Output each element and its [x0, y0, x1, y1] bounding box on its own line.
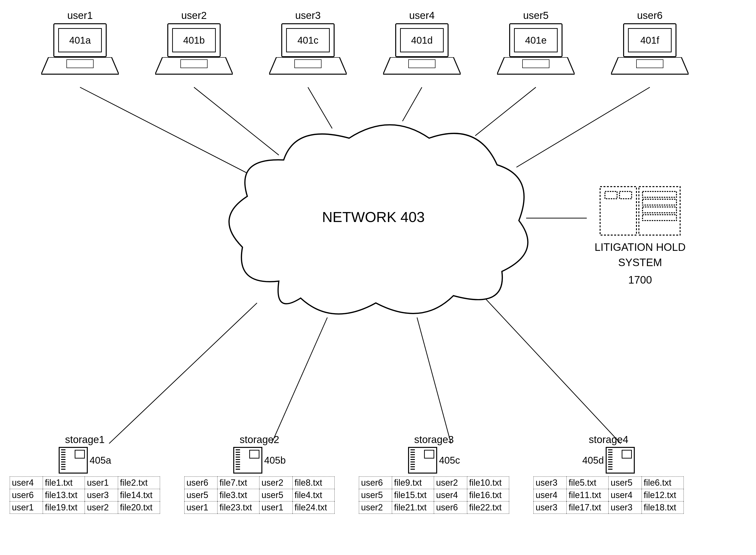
cell-user: user3 [608, 502, 642, 514]
cell-file: file8.txt [292, 477, 334, 489]
cell-file: file14.txt [118, 489, 160, 502]
svg-rect-30 [642, 215, 676, 220]
storage-icon [408, 447, 437, 474]
cell-file: file19.txt [43, 502, 85, 514]
svg-line-5 [516, 87, 650, 167]
cell-file: file4.txt [292, 489, 334, 502]
cell-file: file9.txt [392, 477, 434, 489]
cell-user: user1 [85, 477, 118, 489]
cell-user: user4 [10, 477, 43, 489]
laptop-screen: 401d [395, 23, 448, 57]
cell-user: user2 [359, 502, 392, 514]
cell-file: file6.txt [642, 477, 683, 489]
table-row: user6 file7.txt user2 file8.txt [185, 477, 334, 489]
storage-label: storage2 [184, 434, 334, 445]
user-label: user2 [155, 10, 233, 21]
storage-table: user3 file5.txt user5 file6.txt user4 fi… [533, 476, 684, 514]
laptop-ref: 401c [286, 28, 330, 52]
cell-user: user4 [434, 489, 467, 502]
cell-user: user6 [10, 489, 43, 502]
cell-file: file11.txt [567, 489, 608, 502]
cell-file: file10.txt [467, 477, 509, 489]
cell-user: user4 [608, 489, 642, 502]
laptop-user5: user5 401e [497, 10, 574, 80]
laptop-ref: 401a [58, 28, 102, 52]
svg-rect-26 [620, 191, 632, 199]
laptop-base-icon [41, 57, 119, 79]
cell-file: file17.txt [567, 502, 608, 514]
cell-file: file1.txt [43, 477, 85, 489]
user-label: user1 [41, 10, 119, 21]
storage-ref: 405b [264, 455, 286, 466]
svg-line-7 [109, 303, 257, 443]
diagram-canvas: user1 401a user2 401b user3 401c user4 [0, 0, 756, 555]
storage-3: storage3 405c user6 file9.txt user2 file… [359, 434, 509, 514]
server-label-2: SYSTEM [582, 256, 698, 269]
table-row: user3 file5.txt user5 file6.txt [534, 477, 684, 489]
laptop-ref: 401e [514, 28, 558, 52]
server-label-1: LITIGATION HOLD [582, 241, 698, 254]
cell-user: user6 [359, 477, 392, 489]
laptop-user4: user4 401d [383, 10, 461, 80]
storage-label: storage1 [10, 434, 160, 445]
laptop-screen: 401a [53, 23, 107, 57]
user-label: user5 [497, 10, 574, 21]
cell-file: file13.txt [43, 489, 85, 502]
cell-user: user6 [434, 502, 467, 514]
cell-user: user3 [534, 477, 567, 489]
storage-ref: 405a [90, 455, 111, 466]
cell-user: user5 [608, 477, 642, 489]
cell-file: file16.txt [467, 489, 509, 502]
table-row: user4 file11.txt user4 file12.txt [534, 489, 684, 502]
laptop-base-icon [269, 57, 347, 79]
svg-line-10 [485, 298, 621, 443]
laptop-base-icon [611, 57, 688, 79]
user-label: user3 [269, 10, 347, 21]
storage-label: storage4 [533, 434, 684, 445]
cell-file: file23.txt [217, 502, 260, 514]
cell-file: file22.txt [467, 502, 509, 514]
laptop-screen: 401f [623, 23, 676, 57]
cell-file: file21.txt [392, 502, 434, 514]
cell-user: user6 [185, 477, 217, 489]
cell-user: user1 [260, 502, 292, 514]
storage-1: storage1 405a user4 file1.txt user1 file… [10, 434, 160, 514]
litigation-server: LITIGATION HOLD SYSTEM 1700 [582, 184, 698, 286]
cell-user: user5 [359, 489, 392, 502]
cell-user: user1 [185, 502, 217, 514]
cell-file: file7.txt [217, 477, 260, 489]
table-row: user6 file9.txt user2 file10.txt [359, 477, 509, 489]
cell-file: file3.txt [217, 489, 260, 502]
table-row: user4 file1.txt user1 file2.txt [10, 477, 160, 489]
storage-icon [606, 447, 635, 474]
cell-file: file5.txt [567, 477, 608, 489]
svg-rect-28 [642, 199, 676, 205]
laptop-base-icon [155, 57, 233, 79]
cell-file: file12.txt [642, 489, 683, 502]
storage-label: storage3 [359, 434, 509, 445]
cell-user: user2 [85, 502, 118, 514]
storage-2: storage2 405b user6 file7.txt user2 file… [184, 434, 334, 514]
svg-line-9 [417, 317, 451, 443]
laptop-ref: 401d [400, 28, 444, 52]
cell-file: file20.txt [118, 502, 160, 514]
svg-rect-25 [605, 191, 617, 199]
user-label: user6 [611, 10, 688, 21]
table-row: user1 file19.txt user2 file20.txt [10, 502, 160, 514]
server-icon [598, 184, 682, 238]
laptop-screen: 401e [509, 23, 562, 57]
cell-user: user2 [260, 477, 292, 489]
laptop-ref: 401f [628, 28, 672, 52]
svg-rect-27 [642, 191, 676, 197]
cloud-label: NETWORK 403 [322, 209, 425, 225]
cell-file: file2.txt [118, 477, 160, 489]
svg-line-8 [272, 317, 327, 443]
laptop-user2: user2 401b [155, 10, 233, 80]
cell-file: file15.txt [392, 489, 434, 502]
laptop-screen: 401b [167, 23, 221, 57]
table-row: user3 file17.txt user3 file18.txt [534, 502, 684, 514]
laptop-user6: user6 401f [611, 10, 688, 80]
storage-table: user4 file1.txt user1 file2.txt user6 fi… [10, 476, 160, 514]
cell-file: file24.txt [292, 502, 334, 514]
storage-4: storage4 405d user3 file5.txt user5 file… [533, 434, 684, 514]
